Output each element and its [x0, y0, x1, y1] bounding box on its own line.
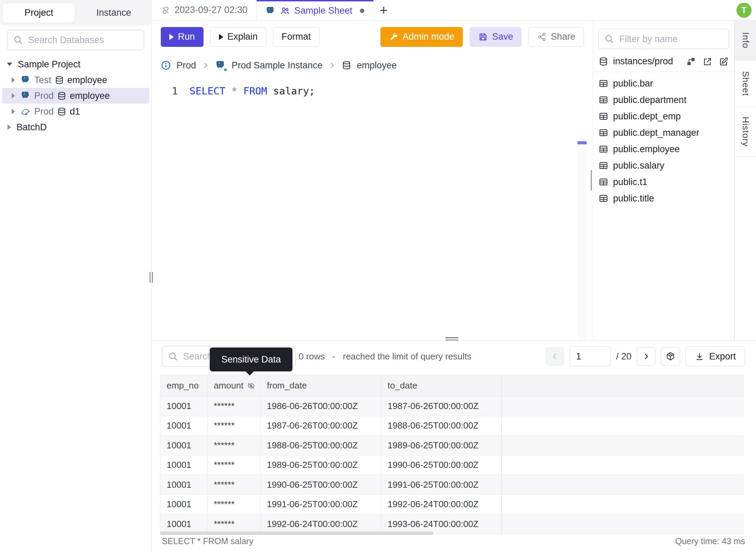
- page-number-input[interactable]: [570, 346, 611, 366]
- play-icon: [169, 34, 174, 40]
- tab-sample-sheet[interactable]: Sample Sheet: [257, 0, 374, 20]
- external-link-icon[interactable]: [703, 57, 712, 66]
- export-button[interactable]: Export: [686, 346, 745, 366]
- tab-project[interactable]: Project: [3, 3, 75, 23]
- format-button[interactable]: Format: [273, 27, 320, 47]
- database-search-input[interactable]: Search Databases: [7, 30, 144, 50]
- table-item[interactable]: public.employee: [595, 141, 732, 157]
- code-line: 1 SELECT * FROM salary;: [152, 82, 593, 100]
- cell-masked: ******: [207, 514, 260, 534]
- run-button[interactable]: Run: [161, 27, 204, 47]
- database-name: d1: [70, 106, 80, 117]
- breadcrumb-environment[interactable]: Prod: [177, 60, 196, 71]
- chevron-right-icon[interactable]: [12, 93, 15, 98]
- cell: 10001: [160, 475, 207, 495]
- side-tab-history[interactable]: History: [735, 107, 756, 157]
- cell-masked: ******: [207, 416, 260, 436]
- schema-diagram-icon[interactable]: [686, 57, 696, 66]
- status-online-dot: [223, 68, 227, 72]
- cell: 1989-06-25T00:00:00Z: [260, 456, 381, 475]
- results-header-row: emp_no amount from_date to_date: [160, 375, 744, 396]
- add-sheet-button[interactable]: +: [380, 3, 388, 17]
- table-item[interactable]: public.dept_emp: [595, 108, 732, 124]
- chevron-down-icon[interactable]: [7, 63, 12, 66]
- admin-mode-button[interactable]: Admin mode: [380, 27, 463, 47]
- save-button[interactable]: Save: [470, 27, 522, 47]
- table-icon: [599, 177, 608, 187]
- line-number: 1: [152, 85, 178, 97]
- tab-instance[interactable]: Instance: [78, 3, 150, 23]
- cell-empty: [501, 456, 744, 475]
- tree-item-batchd[interactable]: BatchD: [2, 119, 149, 135]
- prev-page-button[interactable]: [546, 347, 564, 366]
- breadcrumb: Prod Prod Sample Instance employee: [152, 53, 593, 78]
- explain-button[interactable]: Explain: [210, 27, 266, 47]
- cell: 1992-06-24T00:00:00Z: [260, 514, 381, 534]
- avatar[interactable]: T: [737, 3, 752, 18]
- table-item[interactable]: public.t1: [595, 174, 732, 190]
- tree-item-sample-project[interactable]: Sample Project: [2, 56, 149, 72]
- table-row: 10001******1988-06-25T00:00:00Z1989-06-2…: [160, 436, 744, 456]
- column-header[interactable]: to_date: [381, 375, 501, 396]
- environment-label: Prod: [34, 91, 54, 101]
- table-row: 10001******1992-06-24T00:00:00Z1993-06-2…: [160, 514, 744, 534]
- cube-icon: [665, 351, 676, 362]
- column-header[interactable]: emp_no: [160, 375, 207, 396]
- next-page-button[interactable]: [637, 347, 655, 366]
- table-item[interactable]: public.bar: [595, 75, 732, 92]
- database-path: instances/prod: [613, 56, 673, 67]
- play-icon: [219, 34, 223, 40]
- edit-icon[interactable]: [719, 57, 729, 66]
- tree-item-prod-d1[interactable]: Prod d1: [2, 104, 149, 119]
- cell: 1990-06-25T00:00:00Z: [381, 456, 501, 475]
- postgresql-icon: [265, 6, 276, 16]
- cell: 1986-06-26T00:00:00Z: [260, 396, 381, 416]
- cell: 10001: [160, 514, 207, 534]
- chevron-right-icon[interactable]: [12, 77, 15, 83]
- cell-masked: ******: [207, 495, 260, 514]
- cell: 1990-06-25T00:00:00Z: [260, 475, 381, 495]
- avatar-zone: T: [732, 0, 756, 20]
- column-header[interactable]: from_date: [260, 375, 381, 396]
- share-button[interactable]: Share: [529, 27, 584, 47]
- sql-editor[interactable]: 1 SELECT * FROM salary;: [152, 82, 593, 343]
- breadcrumb-instance[interactable]: Prod Sample Instance: [232, 60, 323, 71]
- cell: 10001: [160, 416, 207, 436]
- eye-off-icon[interactable]: [247, 382, 255, 390]
- table-item[interactable]: public.salary: [595, 157, 732, 174]
- breadcrumb-database[interactable]: employee: [357, 60, 397, 71]
- chevron-right-icon[interactable]: [8, 124, 11, 130]
- cell-empty: [501, 416, 744, 436]
- cell: 1993-06-24T00:00:00Z: [381, 514, 501, 534]
- tree-item-test-employee[interactable]: Test employee: [2, 72, 149, 88]
- tab-history-sheet[interactable]: 2023-09-27 02:30: [152, 0, 257, 20]
- side-tab-sheet[interactable]: Sheet: [735, 61, 756, 107]
- data-cube-button[interactable]: [661, 347, 680, 366]
- side-tab-strip: Info Sheet History: [734, 21, 756, 340]
- filter-tables-input[interactable]: Filter by name: [598, 29, 729, 49]
- table-item[interactable]: public.title: [595, 190, 732, 207]
- project-label: BatchD: [16, 122, 47, 133]
- chevron-right-icon[interactable]: [12, 109, 15, 114]
- sidebar-splitter-handle[interactable]: [149, 272, 153, 283]
- results-status-bar: SELECT * FROM salary Query time: 43 ms: [162, 536, 745, 546]
- table-item[interactable]: public.dept_manager: [595, 124, 732, 141]
- tree-item-prod-employee-selected[interactable]: Prod employee: [2, 88, 149, 104]
- cell: 1991-06-25T00:00:00Z: [260, 495, 381, 514]
- database-tree: Sample Project Test employee Prod employ…: [0, 55, 151, 136]
- info-icon[interactable]: [161, 60, 171, 70]
- side-tab-info[interactable]: Info: [735, 21, 756, 61]
- download-icon: [695, 352, 704, 361]
- column-header[interactable]: amount: [207, 375, 260, 396]
- database-name: employee: [67, 75, 107, 86]
- schema-panel: Filter by name instances/prod public.bar…: [593, 21, 734, 340]
- horizontal-scrollbar[interactable]: [160, 531, 434, 535]
- table-item[interactable]: public.department: [595, 92, 732, 108]
- database-path-row: instances/prod: [593, 54, 734, 72]
- editor-scrollbar[interactable]: [577, 137, 587, 349]
- dash: -: [333, 351, 336, 362]
- cell-empty: [501, 514, 744, 534]
- share-icon: [537, 32, 547, 42]
- pagination: / 20 Export: [546, 346, 745, 366]
- sql-identifier: salary;: [273, 85, 315, 97]
